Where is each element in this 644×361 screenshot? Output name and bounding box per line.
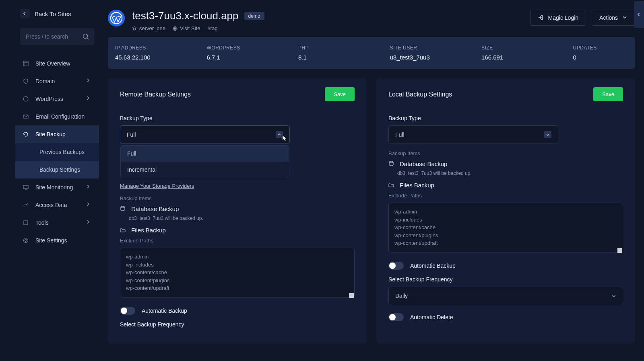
sidebar-item-label: Site Overview [35,60,70,67]
svg-line-1 [87,38,89,39]
site-title: test3-7uu3.x-cloud.app [132,10,239,22]
exclude-paths-input[interactable] [120,248,355,297]
sidebar-item-label: Site Monitoring [35,184,73,191]
visit-site-link[interactable]: Visit Site [173,25,200,31]
sidebar-item-email[interactable]: Email Configuration [15,108,99,125]
save-button[interactable]: Save [593,87,623,101]
back-button[interactable] [20,9,30,18]
select-value: Full [127,131,136,138]
database-icon [120,206,126,212]
backup-items-label: Backup Items [120,195,355,201]
back-label[interactable]: Back To Sites [35,10,71,17]
manage-storage-link[interactable]: Manage Your Storage Providers [120,183,194,189]
frequency-label: Select Backup Frequency [120,321,355,328]
sidebar-item-monitoring[interactable]: Site Monitoring [15,178,99,196]
sidebar-item-backup[interactable]: Site Backup [15,125,99,143]
resize-handle[interactable] [617,248,622,253]
svg-rect-2 [23,61,28,66]
svg-rect-11 [24,221,28,225]
automatic-backup-toggle[interactable] [388,262,404,270]
database-desc: db3_test3_7uu3 will be backed up. [129,215,355,221]
svg-point-18 [389,161,393,163]
toggle-label: Automatic Delete [410,314,453,320]
database-backup-item: Database Backup [388,160,623,167]
frequency-select[interactable]: Daily [388,287,623,305]
tools-icon [23,219,29,226]
magic-login-button[interactable]: Magic Login [530,10,586,26]
info-php: PHP 8.1 [298,45,390,61]
select-value: Full [395,131,405,138]
toggle-label: Automatic Backup [410,263,456,269]
dropdown-option-incremental[interactable]: Incremental [121,162,289,178]
demo-badge: demo [244,12,264,20]
chevron-right-icon [86,202,92,208]
svg-point-13 [24,238,28,243]
chevron-down-icon [611,293,616,298]
sidebar-item-access[interactable]: Access Data [15,196,99,214]
mail-icon [23,113,29,120]
sidebar-item-label: Previous Backups [39,149,85,155]
info-strip: IP ADDRESS 45.63.22.100 WORDPRESS 6.7.1 … [108,37,635,69]
chevron-right-icon [86,185,92,190]
key-icon [23,202,29,208]
sidebar-item-tools[interactable]: Tools [15,214,99,232]
remote-backup-panel: Remote Backup Settings Save Backup Type … [108,78,367,344]
sidebar: Back To Sites Site Overview Domain WordP… [15,3,99,361]
info-user: SITE USER u3_test3_7uu3 [390,45,482,61]
info-size: SIZE 166.691 [481,45,573,61]
folder-icon [120,227,126,234]
sidebar-item-overview[interactable]: Site Overview [15,55,99,72]
collapse-tab[interactable] [634,1,644,28]
sidebar-item-previous-backups[interactable]: Previous Backups [15,143,99,161]
info-ip: IP ADDRESS 45.63.22.100 [115,45,207,61]
chevron-right-icon [86,96,92,102]
automatic-backup-toggle[interactable] [120,307,135,315]
sidebar-item-label: Domain [35,78,55,84]
panel-title: Local Backup Settings [388,91,452,98]
panel-title: Remote Backup Settings [120,91,191,98]
login-icon [538,15,543,21]
svg-point-5 [23,96,28,101]
folder-icon [388,182,395,189]
svg-rect-7 [23,185,28,189]
info-updates: UPDATES 0 [573,45,628,61]
files-backup-item: Files Backup [120,227,355,234]
resize-handle[interactable] [349,293,354,298]
sidebar-item-wordpress[interactable]: WordPress [15,90,99,108]
chevron-down-icon [623,15,627,20]
backup-type-dropdown: Full Incremental [120,145,289,178]
exclude-paths-label: Exclude Paths [120,238,355,244]
wordpress-icon [23,96,29,102]
server-tag[interactable]: server_one [132,25,165,31]
backup-type-select[interactable]: Full Full Incremental [120,125,290,144]
sidebar-item-domain[interactable]: Domain [15,72,99,90]
backup-type-label: Backup Type [388,115,623,121]
sidebar-item-settings[interactable]: Site Settings [15,232,99,249]
chevron-right-icon [86,78,92,84]
exclude-paths-label: Exclude Paths [388,193,623,199]
shield-icon [23,78,29,84]
exclude-paths-input[interactable] [388,203,623,252]
backup-type-select[interactable]: Full [388,125,558,144]
automatic-delete-toggle[interactable] [388,313,404,321]
sidebar-item-label: Access Data [35,202,67,208]
dropdown-option-full[interactable]: Full [121,146,289,162]
search-icon[interactable] [82,33,89,40]
select-value: Daily [395,293,408,299]
database-icon [388,161,395,167]
sidebar-item-label: WordPress [35,96,63,102]
hashtag[interactable]: #tag [207,25,217,31]
sidebar-item-backup-settings[interactable]: Backup Settings [15,161,99,178]
toggle-label: Automatic Backup [142,308,187,314]
local-backup-panel: Local Backup Settings Save Backup Type F… [376,78,635,344]
info-wordpress: WORDPRESS 6.7.1 [207,45,299,61]
save-button[interactable]: Save [325,87,355,101]
database-backup-item: Database Backup [120,205,355,212]
database-desc: db3_test3_7uu3 will be backed up. [397,170,623,176]
chevron-left-icon [23,12,27,16]
sidebar-item-label: Backup Settings [39,166,80,173]
chevron-left-icon [637,12,641,16]
sidebar-item-label: Email Configuration [35,113,85,120]
actions-button[interactable]: Actions [592,10,635,26]
chevron-right-icon [86,220,92,226]
